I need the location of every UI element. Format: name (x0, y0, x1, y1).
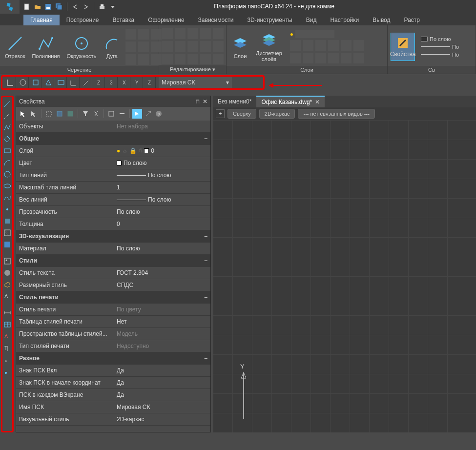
prop-thick[interactable]: Толщина0 (16, 218, 210, 230)
layer-combo[interactable] (295, 30, 334, 38)
ucs-prev-icon[interactable] (17, 77, 29, 88)
rail-ray-icon[interactable] (2, 111, 12, 121)
prop-material[interactable]: МатериалПо слою (16, 243, 210, 255)
edit-tool-5-icon[interactable] (213, 28, 224, 39)
deselect-icon[interactable] (117, 109, 127, 119)
save-icon[interactable] (44, 2, 53, 11)
array-icon[interactable] (187, 54, 198, 64)
rail-spline-icon[interactable] (2, 193, 12, 203)
layer-t10-icon[interactable] (328, 53, 339, 63)
ucs-z2-icon[interactable]: Z (144, 77, 156, 88)
draw-tool-4-icon[interactable] (125, 41, 136, 52)
rail-rect-icon[interactable] (2, 146, 12, 156)
filter1-icon[interactable] (81, 109, 90, 119)
layer-t11-icon[interactable] (341, 53, 352, 63)
help-icon[interactable]: ? (154, 109, 164, 119)
polyline-button[interactable]: Полилиния (30, 34, 62, 60)
rail-point-icon[interactable] (2, 205, 12, 214)
sel-cross-icon[interactable] (65, 109, 75, 119)
qselect-icon[interactable] (106, 109, 116, 119)
prop-pstyle[interactable]: Стиль печатиПо цвету (16, 304, 210, 316)
rail-arc-icon[interactable] (2, 158, 12, 167)
move-icon[interactable] (162, 28, 173, 39)
explode-icon[interactable] (200, 41, 211, 52)
rail-revcloud-icon[interactable] (2, 280, 12, 289)
canvas[interactable]: Y (213, 120, 476, 432)
tab-3d[interactable]: 3D-инструменты (240, 15, 299, 25)
tab-format[interactable]: Оформление (141, 15, 191, 25)
doc-tab-unnamed[interactable]: Без имени0* (213, 96, 256, 107)
zoom-sel-icon[interactable] (143, 109, 153, 119)
layer-t3-icon[interactable] (315, 40, 326, 51)
erase-icon[interactable] (200, 28, 211, 39)
tab-output[interactable]: Вывод (366, 15, 397, 25)
pick2-icon[interactable] (29, 109, 39, 119)
stretch-icon[interactable] (162, 54, 173, 64)
offset-icon[interactable] (200, 54, 211, 64)
rail-leader-icon[interactable]: T (2, 343, 12, 353)
doc-tab-office[interactable]: Офис Казань.dwg*✕ (256, 96, 325, 107)
color-bylayer[interactable]: По слою (421, 36, 459, 42)
bulb-icon[interactable]: ● (290, 31, 293, 38)
ribbon-panel-edit-label[interactable]: Редактирование ▾ (159, 65, 226, 74)
rail-image-icon[interactable] (2, 256, 12, 266)
tab-settings[interactable]: Настройки (323, 15, 366, 25)
new-file-icon[interactable] (22, 2, 31, 11)
draw-tool-1-icon[interactable] (125, 29, 136, 40)
ucs-object-icon[interactable] (42, 77, 54, 88)
layer-t8-icon[interactable] (303, 53, 313, 63)
close-tab-icon[interactable]: ✕ (315, 99, 320, 105)
layer-t5-icon[interactable] (341, 40, 352, 51)
rail-polygon-icon[interactable] (2, 134, 12, 144)
view-top-button[interactable]: Сверху (228, 109, 256, 119)
layer-t9-icon[interactable] (315, 53, 326, 63)
tab-view[interactable]: Вид (299, 15, 324, 25)
rotate-icon[interactable] (175, 28, 186, 39)
prop-group-styles[interactable]: Стили− (16, 255, 210, 267)
prop-group-general[interactable]: Общие− (16, 133, 210, 145)
ucs-3point-icon[interactable]: 3 (106, 77, 118, 88)
prop-ucs-origin[interactable]: Знак ПСК в начале координатДа (16, 377, 210, 389)
rail-mtext-icon[interactable]: A (2, 291, 12, 301)
layer-t6-icon[interactable] (353, 40, 364, 51)
prop-transp[interactable]: ПрозрачностьПо слою (16, 206, 210, 218)
scale-icon[interactable] (175, 54, 186, 64)
tab-home[interactable]: Главная (23, 15, 60, 25)
prop-group-misc[interactable]: Разное− (16, 352, 210, 365)
rail-region-icon[interactable] (2, 240, 12, 249)
line-button[interactable]: Отрезок (3, 34, 27, 60)
tab-constraints[interactable]: Зависимости (191, 15, 241, 25)
rail-wipeout-icon[interactable] (2, 268, 12, 278)
pick-icon[interactable] (18, 109, 28, 119)
prop-color[interactable]: ЦветПо слою (16, 157, 210, 169)
prop-ltscale[interactable]: Масштаб типа линий1 (16, 182, 210, 194)
rail-circle-icon[interactable] (2, 169, 12, 179)
prop-ucs-on[interactable]: Знак ПСК ВклДа (16, 365, 210, 377)
ucs-z-icon[interactable]: Z (93, 77, 105, 88)
ucs-name-combo[interactable]: Мировая СК ▾ (159, 77, 232, 88)
layer-manager-button[interactable]: Диспетчер слоёв (254, 31, 284, 63)
rail-line-icon[interactable] (2, 99, 12, 109)
qat-dropdown-icon[interactable] (108, 2, 117, 11)
prop-ucs-vp[interactable]: ПСК в каждом ВЭкранеДа (16, 389, 210, 401)
rail-text-style-icon[interactable]: A (2, 331, 12, 341)
undo-icon[interactable] (71, 2, 80, 11)
prop-vstyle[interactable]: Визуальный стиль2D-каркас (16, 413, 210, 426)
ucs-x-icon[interactable]: X (119, 77, 130, 88)
prop-ptype[interactable]: Тип стилей печатиНедоступно (16, 340, 210, 352)
arc-button[interactable]: Дуга (101, 34, 123, 60)
ucs-face-icon[interactable] (30, 77, 41, 88)
layer-t1-icon[interactable] (290, 40, 301, 51)
ribbon-panel-layers-label[interactable]: Слои (227, 66, 387, 74)
prop-ucs-name[interactable]: Имя ПСКМировая СК (16, 401, 210, 413)
layer-t12-icon[interactable] (353, 53, 364, 63)
lweight-bylayer[interactable]: По (421, 52, 459, 58)
rail-polyline-icon[interactable] (2, 123, 12, 132)
copy-icon[interactable] (162, 41, 173, 52)
mirror-icon[interactable] (175, 41, 186, 52)
prop-layer[interactable]: Слой●☼🔒⎙0 (16, 145, 210, 157)
highlight-sel-icon[interactable] (132, 109, 142, 119)
ucs-origin-icon[interactable] (68, 77, 80, 88)
add-view-button[interactable]: + (216, 109, 225, 118)
filter2-icon[interactable] (91, 109, 101, 119)
